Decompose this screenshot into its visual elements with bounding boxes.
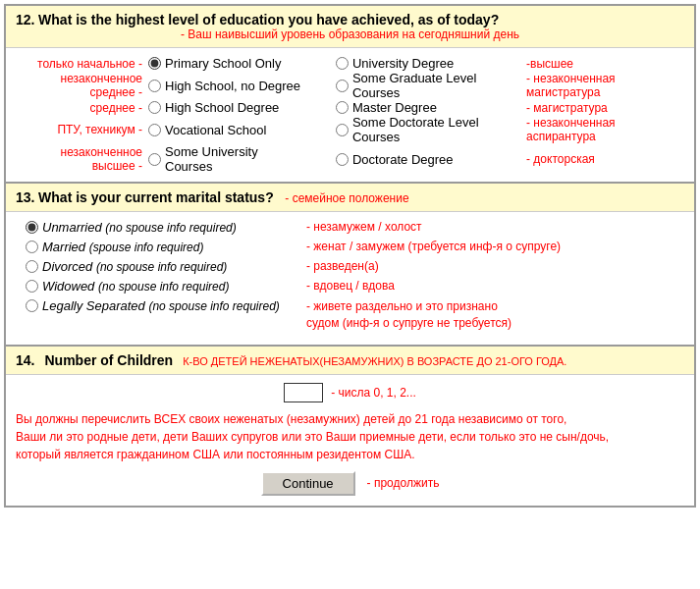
q13-radio-widowed[interactable] (26, 280, 38, 293)
q13-ru-unmarried: - незамужем / холост (306, 220, 422, 234)
q13-number: 13. (16, 189, 34, 205)
q13-radio-divorced[interactable] (26, 260, 38, 273)
q12-radio-hs-degree[interactable] (148, 101, 161, 114)
q12-subtitle: - Ваш наивысший уровень образования на с… (16, 27, 684, 41)
q14-number-input[interactable] (284, 383, 323, 402)
q13-row-widowed: Widowed (no spouse info required) - вдов… (26, 279, 674, 294)
q13-option-unmarried[interactable]: Unmarried (no spouse info required) (26, 220, 300, 235)
q13-option-separated[interactable]: Legally Separated (no spouse info requir… (26, 298, 300, 313)
q12-radio-primary[interactable] (148, 57, 161, 70)
q12-ru-label-2: незаконченное среднее - (16, 71, 148, 100)
q13-option-married[interactable]: Married (spouse info required) (26, 240, 300, 254)
q12-option-some-grad[interactable]: Some Graduate Level Courses (336, 71, 522, 100)
q12-radio-hs-no-degree[interactable] (148, 80, 161, 92)
q13-row-divorced: Divorced (no spouse info required) - раз… (26, 259, 674, 274)
q13-ru-widowed: - вдовец / вдова (306, 279, 395, 293)
q12-radio-master[interactable] (336, 101, 349, 114)
q12-ru-note-doc: - докторская (522, 144, 684, 174)
q12-option-some-uni[interactable]: Some University Courses (148, 144, 306, 174)
q14-note-ru: - числа 0, 1, 2... (331, 386, 416, 400)
q14-title-ru: К-ВО ДЕТЕЙ НЕЖЕНАТЫХ(НЕЗАМУЖНИХ) В ВОЗРА… (183, 355, 566, 367)
q13-ru-married: - женат / замужем (требуется инф-я о суп… (306, 240, 561, 253)
q13-row-unmarried: Unmarried (no spouse info required) - не… (26, 220, 674, 235)
q12-option-hs-degree[interactable]: High School Degree (148, 100, 306, 115)
q12-radio-some-doc[interactable] (336, 124, 349, 136)
q12-number: 12. (16, 12, 34, 27)
q12-ru-label-5: незаконченное высшее - (16, 144, 148, 174)
q12-radio-some-grad[interactable] (336, 80, 349, 92)
q12-ru-note-some-grad: - незаконченная магистратура (522, 71, 684, 100)
q13-ru-divorced: - разведен(а) (306, 259, 379, 273)
q13-question: What is your current marital status? (38, 189, 274, 205)
q14-desc: Вы должны перечислить ВСЕХ своих неженат… (16, 410, 684, 463)
q12-ru-note-uni: -высшее (522, 56, 684, 71)
q12-ru-note-some-doc: - незаконченная аспирантура (522, 115, 684, 144)
q12-option-primary[interactable]: Primary School Only (148, 56, 306, 71)
q12-ru-note-master: - магистратура (522, 100, 684, 115)
q12-option-master[interactable]: Master Degree (336, 100, 522, 115)
q13-radio-separated[interactable] (26, 299, 38, 312)
q13-option-divorced[interactable]: Divorced (no spouse info required) (26, 259, 300, 274)
q12-radio-doc[interactable] (336, 153, 349, 166)
q13-row-married: Married (spouse info required) - женат /… (26, 240, 674, 254)
q13-radio-unmarried[interactable] (26, 221, 38, 234)
continue-ru: - продолжить (367, 476, 440, 490)
q12-radio-some-uni[interactable] (148, 153, 161, 166)
q12-option-some-doc[interactable]: Some Doctorate Level Courses (336, 115, 522, 144)
q13-option-widowed[interactable]: Widowed (no spouse info required) (26, 279, 300, 294)
q13-ru-separated: - живете раздельно и это признано судом … (306, 298, 522, 332)
q12-ru-label-4: ПТУ, техникум - (16, 115, 148, 144)
q12-ru-label-3: среднее - (16, 100, 148, 115)
q12-option-doc[interactable]: Doctorate Degree (336, 144, 522, 174)
q12-ru-label-1: только начальное - (16, 56, 148, 71)
q13-subtitle: - семейное положение (285, 191, 408, 205)
q14-number: 14. (16, 352, 34, 368)
q12-option-voc[interactable]: Vocational School (148, 115, 306, 144)
q12-option-uni[interactable]: University Degree (336, 56, 522, 71)
continue-button[interactable]: Continue (261, 471, 355, 496)
q13-radio-married[interactable] (26, 241, 38, 253)
q13-row-separated: Legally Separated (no spouse info requir… (26, 298, 674, 332)
q12-option-hs-no-degree[interactable]: High School, no Degree (148, 71, 306, 100)
q12-question: What is the highest level of education y… (38, 12, 499, 27)
q14-title: Number of Children (44, 352, 173, 368)
q12-radio-voc[interactable] (148, 124, 161, 136)
q12-radio-uni[interactable] (336, 57, 349, 70)
